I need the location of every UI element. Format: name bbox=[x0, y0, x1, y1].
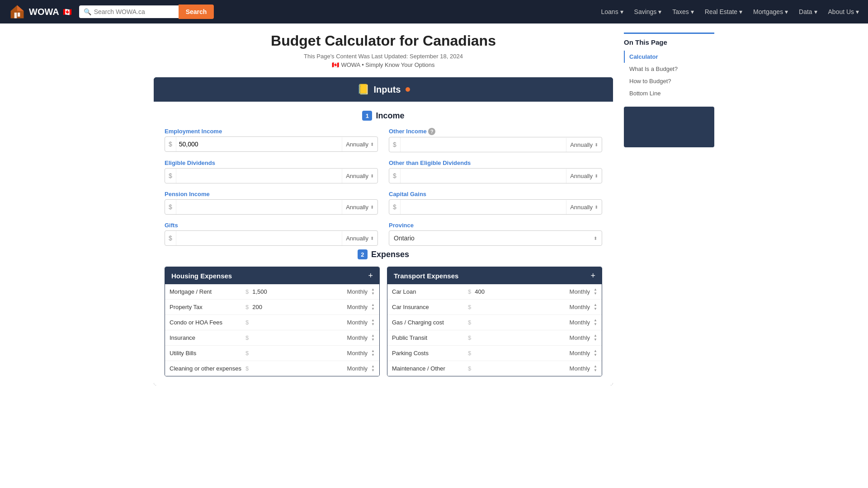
search-button[interactable]: Search bbox=[179, 5, 214, 19]
transport-expenses-title: Transport Expenses bbox=[394, 272, 458, 280]
toc-item-bottom-line[interactable]: Bottom Line bbox=[624, 87, 714, 99]
toc-item-calculator[interactable]: Calculator bbox=[624, 51, 714, 63]
search-input[interactable] bbox=[94, 8, 174, 15]
gifts-field: Gifts $ Annually ⬍ bbox=[165, 222, 378, 246]
stepper-up-icon: ▲ bbox=[371, 319, 375, 322]
sidebar: On This Page Calculator What Is a Budget… bbox=[624, 33, 714, 396]
stepper-down-icon: ▼ bbox=[371, 338, 375, 342]
transport-expense-rows: Car Loan $ 400 Monthly ▲ ▼ bbox=[387, 284, 602, 376]
nav-link-data[interactable]: Data ▾ bbox=[799, 8, 817, 15]
employment-income-chevron: ⬍ bbox=[370, 142, 374, 147]
expense-name-transit: Public Transit bbox=[392, 334, 464, 341]
eligible-dividends-chevron: ⬍ bbox=[370, 174, 374, 178]
other-eligible-dividends-currency: $ bbox=[389, 169, 401, 183]
expense-value-carloan: 400 bbox=[475, 288, 566, 295]
eligible-dividends-field: Eligible Dividends $ Annually ⬍ bbox=[165, 160, 378, 183]
brand-logo[interactable]: WOWA 🇨🇦 bbox=[9, 4, 72, 20]
capital-gains-chevron: ⬍ bbox=[594, 205, 598, 210]
gifts-chevron: ⬍ bbox=[370, 236, 374, 241]
nav-link-mortgages[interactable]: Mortgages ▾ bbox=[753, 8, 788, 15]
condo-stepper[interactable]: ▲ ▼ bbox=[371, 319, 375, 326]
capital-gains-period[interactable]: Annually ⬍ bbox=[566, 200, 602, 214]
transport-expenses-panel: Transport Expenses + Car Loan $ 400 Mont… bbox=[387, 267, 602, 376]
other-income-info-icon[interactable]: ? bbox=[428, 128, 435, 135]
table-row: Condo or HOA Fees $ Monthly ▲ ▼ bbox=[165, 315, 379, 330]
propertytax-stepper[interactable]: ▲ ▼ bbox=[371, 303, 375, 311]
transport-add-button[interactable]: + bbox=[590, 272, 595, 280]
capital-gains-input[interactable] bbox=[401, 200, 566, 214]
cleaning-stepper[interactable]: ▲ ▼ bbox=[371, 365, 375, 372]
nav-link-realestate[interactable]: Real Estate ▾ bbox=[705, 8, 742, 15]
expense-currency: $ bbox=[468, 288, 471, 295]
other-eligible-dividends-chevron: ⬍ bbox=[594, 174, 598, 178]
brand-name: WOWA bbox=[29, 7, 59, 17]
stepper-down-icon: ▼ bbox=[371, 323, 375, 326]
expense-period-maintenance: Monthly bbox=[570, 365, 590, 372]
employment-income-label: Employment Income bbox=[165, 128, 378, 135]
gifts-period[interactable]: Annually ⬍ bbox=[342, 231, 377, 245]
stepper-down-icon: ▼ bbox=[594, 323, 597, 326]
stepper-up-icon: ▲ bbox=[594, 288, 597, 291]
stepper-up-icon: ▲ bbox=[594, 365, 597, 368]
nav-link-aboutus[interactable]: About Us ▾ bbox=[828, 8, 859, 15]
province-chevron: ⬍ bbox=[594, 236, 597, 241]
gas-stepper[interactable]: ▲ ▼ bbox=[594, 319, 597, 326]
pension-income-label: Pension Income bbox=[165, 191, 378, 197]
gifts-input[interactable] bbox=[176, 231, 342, 245]
insurance-stepper[interactable]: ▲ ▼ bbox=[371, 334, 375, 342]
eligible-dividends-input[interactable] bbox=[176, 169, 342, 183]
pension-income-period[interactable]: Annually ⬍ bbox=[342, 200, 377, 214]
expense-period-insurance: Monthly bbox=[347, 334, 368, 341]
expense-currency: $ bbox=[468, 319, 471, 326]
employment-income-period[interactable]: Annually ⬍ bbox=[342, 137, 377, 151]
page-brand: 🇨🇦 WOWA • Simply Know Your Options bbox=[154, 61, 613, 68]
nav-link-loans[interactable]: Loans ▾ bbox=[601, 8, 623, 15]
expense-name-carloan: Car Loan bbox=[392, 288, 464, 295]
pension-income-currency: $ bbox=[165, 200, 176, 214]
housing-expenses-title: Housing Expenses bbox=[171, 272, 232, 280]
eligible-dividends-period[interactable]: Annually ⬍ bbox=[342, 169, 377, 183]
stepper-up-icon: ▲ bbox=[371, 349, 375, 353]
other-income-period[interactable]: Annually ⬍ bbox=[566, 138, 602, 152]
province-label: Province bbox=[389, 222, 602, 229]
transit-stepper[interactable]: ▲ ▼ bbox=[594, 334, 597, 342]
eligible-dividends-period-label: Annually bbox=[346, 173, 368, 179]
main-content: Budget Calculator for Canadians This Pag… bbox=[154, 33, 613, 396]
maintenance-stepper[interactable]: ▲ ▼ bbox=[594, 365, 597, 372]
housing-expenses-panel: Housing Expenses + Mortgage / Rent $ 1,5… bbox=[165, 267, 380, 376]
expense-period-utility: Monthly bbox=[347, 350, 368, 357]
inputs-title: Inputs bbox=[374, 84, 401, 95]
mortgage-stepper[interactable]: ▲ ▼ bbox=[371, 288, 375, 296]
nav-link-taxes[interactable]: Taxes ▾ bbox=[672, 8, 693, 15]
toc-item-what-is-budget[interactable]: What Is a Budget? bbox=[624, 63, 714, 75]
province-select[interactable]: Ontario ⬍ bbox=[389, 230, 602, 246]
other-income-input[interactable] bbox=[401, 137, 566, 152]
table-row: Property Tax $ 200 Monthly ▲ ▼ bbox=[165, 300, 379, 315]
utility-stepper[interactable]: ▲ ▼ bbox=[371, 349, 375, 357]
expense-currency: $ bbox=[245, 334, 249, 341]
stepper-down-icon: ▼ bbox=[371, 353, 375, 357]
other-income-label: Other Income ? bbox=[389, 128, 602, 135]
carloan-stepper[interactable]: ▲ ▼ bbox=[594, 288, 597, 296]
parking-stepper[interactable]: ▲ ▼ bbox=[594, 349, 597, 357]
stepper-up-icon: ▲ bbox=[594, 349, 597, 353]
other-eligible-dividends-input[interactable] bbox=[401, 169, 566, 183]
other-eligible-dividends-period-label: Annually bbox=[570, 173, 593, 179]
expense-name-gas: Gas / Charging cost bbox=[392, 319, 464, 326]
expense-name-utility: Utility Bills bbox=[170, 350, 242, 357]
expenses-section: 2 Expenses Housing Expenses + bbox=[165, 249, 602, 376]
expense-name-condo: Condo or HOA Fees bbox=[170, 319, 242, 326]
expense-currency: $ bbox=[468, 350, 471, 357]
carinsurance-stepper[interactable]: ▲ ▼ bbox=[594, 303, 597, 311]
other-income-chevron: ⬍ bbox=[594, 142, 598, 147]
nav-link-savings[interactable]: Savings ▾ bbox=[634, 8, 662, 15]
inputs-panel: 📒 Inputs 1 Income Employment Income $ bbox=[154, 77, 613, 385]
expense-name-propertytax: Property Tax bbox=[170, 304, 242, 310]
toc-item-how-to-budget[interactable]: How to Budget? bbox=[624, 75, 714, 87]
employment-income-input[interactable] bbox=[176, 137, 342, 151]
expense-currency: $ bbox=[245, 365, 249, 372]
housing-add-button[interactable]: + bbox=[368, 272, 373, 280]
table-row: Maintenance / Other $ Monthly ▲ ▼ bbox=[387, 361, 602, 376]
pension-income-input[interactable] bbox=[176, 200, 342, 214]
other-eligible-dividends-period[interactable]: Annually ⬍ bbox=[566, 169, 602, 183]
